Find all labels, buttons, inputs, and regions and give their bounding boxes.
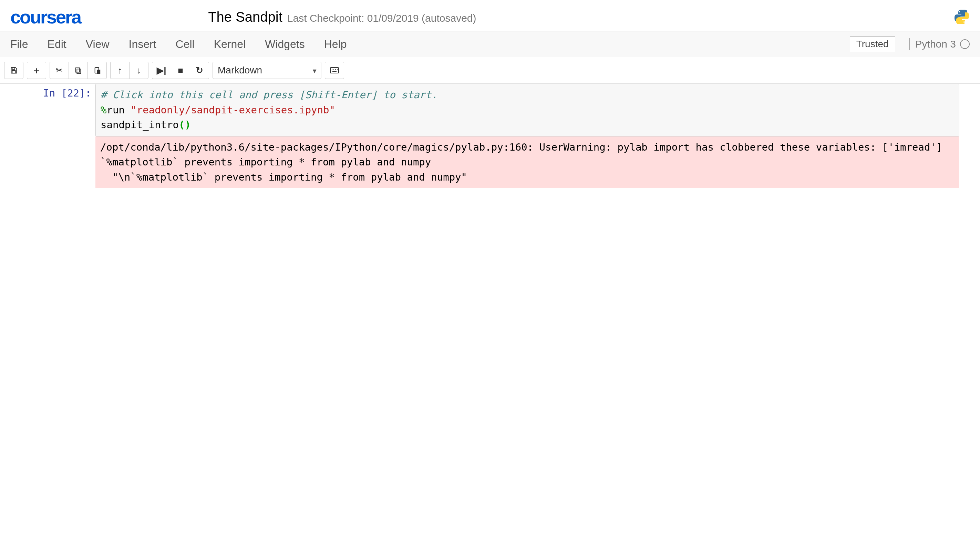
stop-icon: ■ bbox=[178, 65, 183, 76]
svg-rect-5 bbox=[77, 69, 81, 73]
keyboard-icon bbox=[330, 67, 339, 73]
menu-view[interactable]: View bbox=[76, 38, 119, 51]
save-button[interactable] bbox=[4, 62, 23, 79]
trusted-badge[interactable]: Trusted bbox=[850, 36, 895, 52]
run-button[interactable]: ▶| bbox=[152, 62, 171, 79]
input-prompt: In [22]: bbox=[21, 84, 96, 99]
svg-rect-2 bbox=[12, 68, 15, 69]
kernel-indicator[interactable]: Python 3 bbox=[909, 38, 970, 50]
menu-widgets[interactable]: Widgets bbox=[255, 38, 315, 51]
notebook-cells: In [22]: # Click into this cell and pres… bbox=[0, 84, 980, 198]
coursera-logo: coursera bbox=[10, 6, 81, 28]
code-input-area[interactable]: # Click into this cell and press [Shift-… bbox=[96, 84, 959, 136]
output-stderr: /opt/conda/lib/python3.6/site-packages/I… bbox=[96, 136, 959, 189]
arrow-down-icon: ↓ bbox=[137, 65, 141, 76]
kernel-name: Python 3 bbox=[915, 38, 956, 50]
svg-rect-8 bbox=[97, 69, 100, 74]
svg-rect-7 bbox=[96, 67, 98, 68]
menu-insert[interactable]: Insert bbox=[119, 38, 166, 51]
code-cell[interactable]: In [22]: # Click into this cell and pres… bbox=[21, 84, 959, 188]
title-block: The Sandpit Last Checkpoint: 01/09/2019 … bbox=[208, 9, 476, 25]
paste-button[interactable] bbox=[87, 62, 107, 79]
menubar: File Edit View Insert Cell Kernel Widget… bbox=[0, 31, 980, 57]
restart-button[interactable]: ↻ bbox=[190, 62, 209, 79]
cell-type-select[interactable]: Markdown ▼ bbox=[213, 62, 322, 79]
menu-cell[interactable]: Cell bbox=[166, 38, 204, 51]
insert-cell-button[interactable]: ＋ bbox=[27, 62, 46, 79]
command-palette-button[interactable] bbox=[325, 62, 344, 79]
menu-file[interactable]: File bbox=[10, 38, 38, 51]
save-icon bbox=[10, 66, 18, 74]
cut-button[interactable]: ✂ bbox=[49, 62, 69, 79]
paste-icon bbox=[93, 66, 101, 74]
code-text[interactable]: # Click into this cell and press [Shift-… bbox=[101, 88, 954, 133]
toolbar: ＋ ✂ ↑ ↓ ▶| ■ bbox=[0, 57, 980, 84]
copy-icon bbox=[74, 66, 82, 74]
plus-icon: ＋ bbox=[32, 64, 41, 76]
move-down-button[interactable]: ↓ bbox=[129, 62, 148, 79]
svg-point-1 bbox=[964, 22, 965, 23]
interrupt-button[interactable]: ■ bbox=[171, 62, 190, 79]
run-icon: ▶| bbox=[157, 65, 166, 76]
notebook-title[interactable]: The Sandpit bbox=[208, 9, 282, 25]
copy-button[interactable] bbox=[69, 62, 87, 79]
checkpoint-label: Last Checkpoint: 01/09/2019 (autosaved) bbox=[287, 12, 477, 24]
kernel-status-icon bbox=[960, 39, 970, 49]
restart-icon: ↻ bbox=[196, 65, 203, 76]
menu-kernel[interactable]: Kernel bbox=[204, 38, 256, 51]
move-up-button[interactable]: ↑ bbox=[110, 62, 129, 79]
svg-point-0 bbox=[959, 11, 960, 12]
menu-edit[interactable]: Edit bbox=[38, 38, 76, 51]
svg-rect-3 bbox=[12, 71, 15, 73]
header: coursera The Sandpit Last Checkpoint: 01… bbox=[0, 0, 980, 31]
svg-rect-9 bbox=[330, 68, 338, 73]
cell-type-value: Markdown bbox=[218, 65, 262, 76]
python-logo-icon bbox=[954, 9, 970, 25]
arrow-up-icon: ↑ bbox=[118, 65, 122, 76]
svg-rect-4 bbox=[76, 68, 79, 73]
menu-help[interactable]: Help bbox=[315, 38, 356, 51]
chevron-down-icon: ▼ bbox=[312, 68, 318, 75]
scissors-icon: ✂ bbox=[56, 65, 63, 76]
